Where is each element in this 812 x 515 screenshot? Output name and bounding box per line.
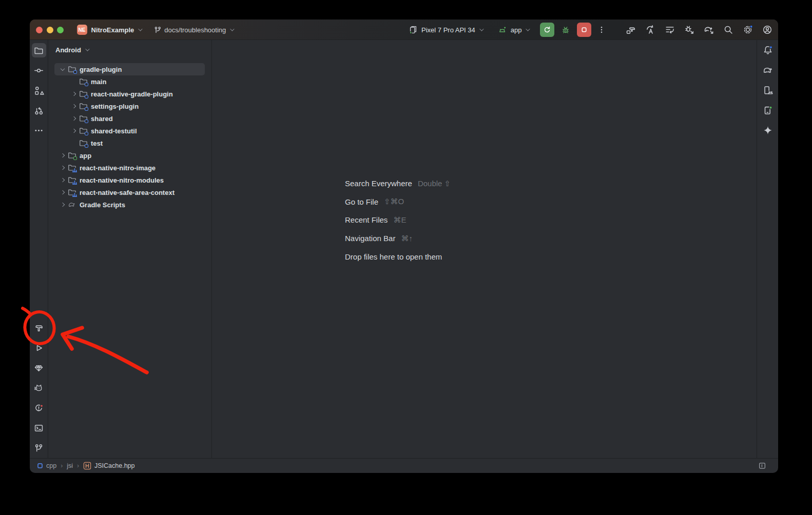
tree-item-label: react-native-gradle-plugin xyxy=(91,90,173,98)
stop-square-icon xyxy=(579,25,589,34)
shortcut-keys: ⌘↑ xyxy=(401,234,413,243)
logcat-tool-button[interactable] xyxy=(32,381,46,395)
chevron-right-icon[interactable] xyxy=(72,92,76,96)
build-button[interactable] xyxy=(625,24,636,35)
maximize-traffic-light[interactable] xyxy=(57,27,64,33)
tree-item-gradle-plugin[interactable]: gradle-plugin xyxy=(54,63,205,75)
project-view-selector[interactable]: Android xyxy=(48,43,211,56)
app-quality-insights-tool-button[interactable] xyxy=(32,361,46,375)
breadcrumb-jsicache-hpp[interactable]: JSICache.hpp xyxy=(83,462,135,470)
tree-item-label: main xyxy=(91,78,106,86)
debug-button[interactable] xyxy=(559,23,572,36)
background-tasks-button[interactable] xyxy=(664,24,675,35)
tree-item-test[interactable]: test xyxy=(54,137,205,149)
chevron-down-icon[interactable] xyxy=(61,66,65,70)
search-everywhere-button[interactable] xyxy=(723,24,734,35)
status-bar-right[interactable] xyxy=(758,461,767,470)
tree-item-react-native-nitro-modules[interactable]: react-native-nitro-modules xyxy=(54,174,205,186)
editor-shortcut-hints: Search EverywhereDouble ⇧Go to File⇧⌘ORe… xyxy=(345,174,451,266)
tree-item-label: test xyxy=(91,140,103,147)
chevron-right-icon[interactable] xyxy=(61,178,65,182)
tree-item-app[interactable]: app xyxy=(54,149,205,162)
branch-selector[interactable]: docs/troubleshooting xyxy=(153,26,233,34)
module-badge xyxy=(85,107,89,111)
notifications-tool-button[interactable] xyxy=(761,43,775,57)
device-selector[interactable]: Pixel 7 Pro API 34 xyxy=(408,25,482,35)
breadcrumb-cpp[interactable]: cpp xyxy=(37,462,56,469)
tree-item-main[interactable]: main xyxy=(54,75,205,88)
settings-button[interactable] xyxy=(742,24,753,35)
project-name[interactable]: NitroExample xyxy=(91,26,134,34)
pull-requests-tool-button[interactable] xyxy=(32,103,46,117)
git-branch-icon xyxy=(153,26,162,34)
tree-item-icon xyxy=(68,65,76,73)
tree-item-react-native-nitro-image[interactable]: react-native-nitro-image xyxy=(54,162,205,174)
shortcut-keys: ⌘E xyxy=(393,215,406,225)
chevron-right-icon[interactable] xyxy=(72,129,76,133)
running-devices-tool-button[interactable] xyxy=(761,103,775,117)
translate-retry-icon xyxy=(645,24,656,35)
more-tool-windows-button[interactable] xyxy=(32,123,46,137)
tree-item-label: settings-plugin xyxy=(91,103,139,110)
android-head-icon xyxy=(497,25,508,35)
shortcut-label: Navigation Bar xyxy=(345,234,395,243)
stop-button[interactable] xyxy=(577,23,591,37)
shortcut-keys: Double ⇧ xyxy=(418,179,451,188)
chevron-right-icon[interactable] xyxy=(61,190,65,194)
tree-item-icon xyxy=(79,90,87,98)
terminal-icon xyxy=(33,423,44,433)
run-config-selector[interactable]: app xyxy=(497,25,529,35)
rerun-button[interactable] xyxy=(540,23,554,37)
tree-item-icon xyxy=(79,139,87,147)
shortcut-hint-row: Recent Files⌘E xyxy=(345,211,451,229)
run-tool-button[interactable] xyxy=(32,341,46,355)
more-actions-button[interactable] xyxy=(595,23,608,36)
tree-item-react-native-gradle-plugin[interactable]: react-native-gradle-plugin xyxy=(54,88,205,100)
account-button[interactable] xyxy=(762,24,773,35)
sync-button[interactable] xyxy=(645,24,656,35)
bug-arrow-icon xyxy=(684,24,695,35)
version-control-tool-button[interactable] xyxy=(32,441,46,455)
chevron-right-icon[interactable] xyxy=(61,153,65,157)
close-traffic-light[interactable] xyxy=(36,27,43,33)
structure-tool-button[interactable] xyxy=(32,83,46,97)
tree-item-icon xyxy=(79,114,87,123)
chevron-down-icon xyxy=(85,47,89,51)
tree-item-settings-plugin[interactable]: settings-plugin xyxy=(54,100,205,112)
profiler-button[interactable] xyxy=(684,24,695,35)
device-manager-tool-button[interactable] xyxy=(761,83,775,97)
tree-item-gradle-scripts[interactable]: Gradle Scripts xyxy=(54,199,205,211)
kebab-menu-icon xyxy=(597,25,606,34)
tree-chevron xyxy=(69,117,79,120)
shortcut-label: Search Everywhere xyxy=(345,179,412,188)
build-tool-button[interactable] xyxy=(32,321,46,335)
project-tool-button[interactable] xyxy=(32,43,46,57)
tree-item-react-native-safe-area-context[interactable]: react-native-safe-area-context xyxy=(54,186,205,199)
problems-tool-button[interactable] xyxy=(32,401,46,415)
tree-item-icon xyxy=(68,164,76,172)
chevron-right-icon[interactable] xyxy=(61,166,65,170)
breadcrumb-jsi[interactable]: jsi xyxy=(67,462,73,469)
tree-item-label: shared xyxy=(91,115,113,123)
gemini-tool-button[interactable] xyxy=(761,123,775,137)
project-panel: Android gradle-pluginmainreact-native-gr… xyxy=(48,40,212,458)
chevron-right-icon[interactable] xyxy=(72,104,76,108)
minimize-traffic-light[interactable] xyxy=(47,27,53,33)
hpp-file-icon xyxy=(83,462,91,470)
shortcut-hint-row: Go to File⇧⌘O xyxy=(345,193,451,211)
terminal-tool-button[interactable] xyxy=(32,421,46,435)
tree-item-shared[interactable]: shared xyxy=(54,112,205,125)
more-dots-icon xyxy=(33,125,44,136)
gradle-sync-button[interactable] xyxy=(703,24,714,35)
structure-icon xyxy=(33,85,44,96)
module-badge xyxy=(85,120,89,124)
chevron-right-icon[interactable] xyxy=(72,116,76,121)
tree-item-shared-testutil[interactable]: shared-testutil xyxy=(54,125,205,137)
tree-chevron xyxy=(57,69,68,70)
gemini-sparkle-icon xyxy=(762,125,774,136)
gradle-tool-button[interactable] xyxy=(761,63,775,77)
chevron-right-icon[interactable] xyxy=(61,203,65,207)
commit-tool-button[interactable] xyxy=(32,63,46,77)
gradle-elephant-sync-icon xyxy=(703,24,714,35)
gradle-elephant-icon xyxy=(68,201,76,209)
